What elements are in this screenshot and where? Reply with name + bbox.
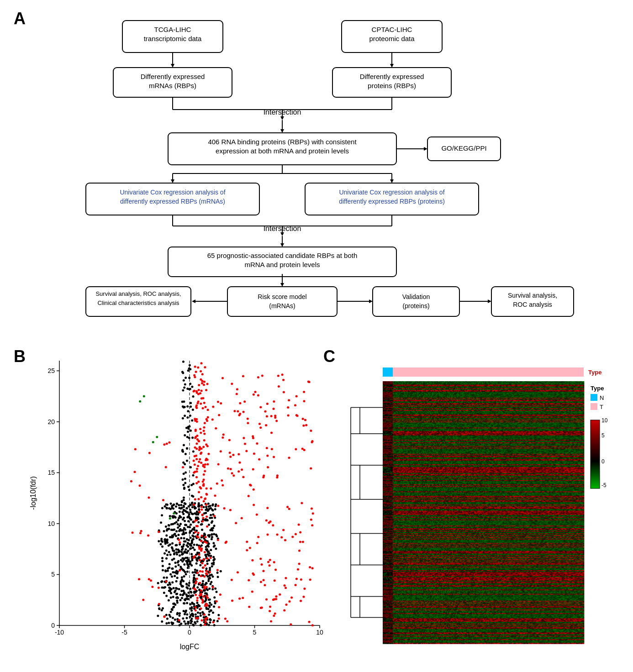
svg-text:Differently expressed: Differently expressed	[141, 73, 205, 80]
svg-text:proteins (RBPs): proteins (RBPs)	[368, 82, 416, 89]
svg-text:differently expressed RBPs (mR: differently expressed RBPs (mRNAs)	[120, 198, 225, 205]
svg-marker-70	[488, 299, 491, 303]
flowchart-svg: TCGA-LIHC transcriptomic data CPTAC-LIHC…	[77, 16, 579, 281]
svg-rect-66	[373, 287, 459, 316]
svg-marker-7	[171, 64, 174, 68]
svg-text:Validation: Validation	[402, 293, 430, 300]
svg-text:Survival analysis, ROC analysi: Survival analysis, ROC analysis,	[95, 290, 181, 297]
panel-b-label: B	[14, 347, 26, 366]
svg-text:65 prognostic-associated candi: 65 prognostic-associated candidate RBPs …	[207, 252, 358, 259]
svg-text:differently expressed RBPs (pr: differently expressed RBPs (proteins)	[339, 198, 445, 205]
svg-text:Risk score model: Risk score model	[258, 293, 306, 300]
svg-marker-47	[280, 232, 284, 236]
svg-text:mRNA and protein levels: mRNA and protein levels	[244, 261, 320, 268]
svg-marker-28	[424, 147, 427, 151]
panel-a: A TCGA-LIHC transcriptomic data CPTAC-LI…	[14, 9, 619, 342]
svg-text:transcriptomic data: transcriptomic data	[144, 35, 202, 42]
svg-marker-36	[390, 179, 394, 183]
svg-text:Clinical characteristics analy: Clinical characteristics analysis	[97, 299, 179, 306]
svg-text:Intersection: Intersection	[264, 108, 301, 116]
panel-b: B	[14, 347, 319, 653]
svg-text:TCGA-LIHC: TCGA-LIHC	[154, 26, 191, 33]
panel-c: C	[319, 347, 619, 653]
svg-marker-23	[280, 129, 284, 133]
panel-a-label: A	[14, 9, 26, 28]
svg-text:proteomic data: proteomic data	[369, 35, 415, 42]
svg-text:406 RNA binding proteins (RBPs: 406 RNA binding proteins (RBPs) with con…	[208, 138, 357, 146]
svg-text:mRNAs (RBPs): mRNAs (RBPs)	[149, 82, 196, 89]
svg-rect-56	[227, 287, 337, 316]
volcano-plot	[27, 352, 329, 653]
svg-text:expression at both mRNA and pr: expression at both mRNA and protein leve…	[216, 147, 349, 155]
svg-text:GO/KEGG/PPI: GO/KEGG/PPI	[441, 144, 486, 152]
svg-marker-9	[390, 64, 394, 68]
svg-text:(mRNAs): (mRNAs)	[269, 302, 295, 310]
svg-text:Survival analysis,: Survival analysis,	[508, 292, 557, 299]
svg-marker-34	[171, 179, 174, 183]
svg-marker-20	[280, 116, 284, 120]
svg-marker-60	[192, 299, 195, 303]
svg-text:ROC analysis: ROC analysis	[513, 301, 552, 308]
figure-container: A TCGA-LIHC transcriptomic data CPTAC-LI…	[0, 0, 633, 662]
svg-marker-50	[280, 243, 284, 247]
svg-text:Univariate Cox regression anal: Univariate Cox regression analysis of	[339, 189, 444, 196]
panels-bc: B C	[14, 347, 619, 653]
svg-marker-55	[280, 283, 284, 287]
svg-text:CPTAC-LIHC: CPTAC-LIHC	[372, 26, 412, 33]
svg-text:(proteins): (proteins)	[402, 302, 429, 310]
flowchart-bottom-svg: Risk score model (mRNAs) Survival analys…	[77, 274, 579, 329]
svg-text:Univariate Cox regression anal: Univariate Cox regression analysis of	[120, 189, 225, 196]
svg-text:Intersection: Intersection	[264, 225, 301, 232]
panel-c-label: C	[323, 347, 335, 366]
svg-text:Differently expressed: Differently expressed	[360, 73, 424, 80]
heatmap-canvas	[337, 352, 633, 653]
svg-marker-65	[369, 299, 373, 303]
